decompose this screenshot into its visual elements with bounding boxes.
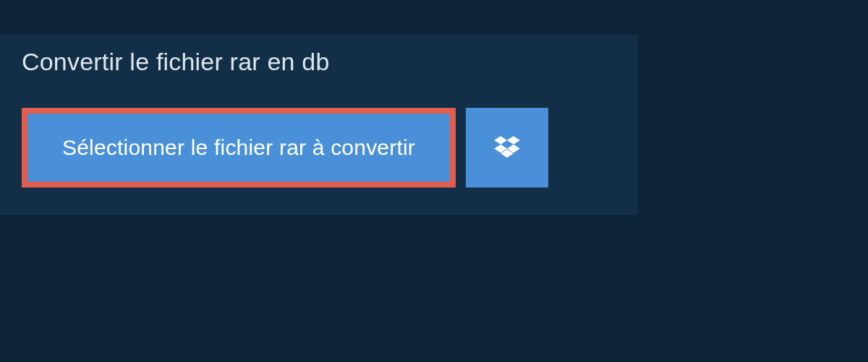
panel-title: Convertir le fichier rar en db [0, 35, 352, 89]
dropbox-icon [494, 136, 520, 159]
select-file-button-label: Sélectionner le fichier rar à convertir [62, 135, 415, 160]
select-file-button[interactable]: Sélectionner le fichier rar à convertir [22, 108, 456, 188]
converter-panel: Convertir le fichier rar en db Sélection… [0, 35, 638, 215]
button-row: Sélectionner le fichier rar à convertir [22, 108, 638, 188]
dropbox-button[interactable] [466, 108, 548, 188]
